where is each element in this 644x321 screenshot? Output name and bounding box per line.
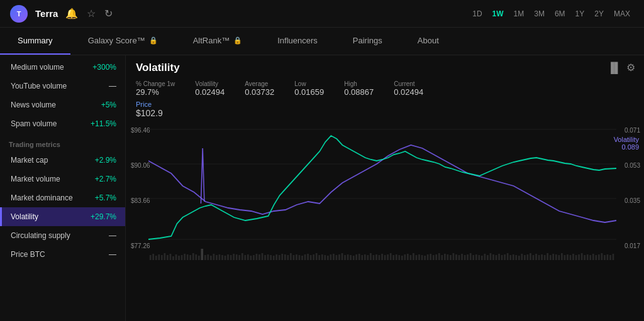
chart-svg-wrapper: $96.46 $90.06 $83.66 $77.26 0.071 0.053 … — [126, 123, 644, 274]
svg-rect-17 — [187, 254, 189, 260]
tab-influencers[interactable]: Influencers — [260, 28, 335, 55]
svg-rect-71 — [341, 253, 343, 260]
chart-area: ▐▌ ⚙ Volatility % Change 1w 29.7% Volati… — [126, 55, 644, 321]
svg-rect-29 — [221, 255, 223, 260]
svg-rect-11 — [170, 254, 172, 260]
time-2y[interactable]: 2Y — [591, 8, 608, 20]
svg-rect-39 — [250, 256, 252, 260]
svg-rect-90 — [396, 254, 397, 260]
time-3m[interactable]: 3M — [530, 8, 548, 20]
sidebar-item-market-cap[interactable]: Market cap +2.9% — [0, 151, 125, 170]
y-right-017: 0.017 — [625, 242, 640, 249]
svg-rect-151 — [570, 255, 572, 260]
svg-rect-7 — [158, 254, 160, 260]
bell-icon[interactable]: 🔔 — [65, 8, 78, 19]
svg-rect-56 — [299, 255, 301, 260]
svg-rect-73 — [347, 254, 349, 260]
svg-rect-100 — [424, 256, 426, 260]
lock-icon-altrank: 🔒 — [233, 36, 242, 45]
trading-metrics-title: Trading metrics — [0, 133, 125, 151]
svg-rect-28 — [219, 254, 221, 260]
svg-rect-6 — [155, 256, 157, 260]
svg-rect-41 — [256, 254, 258, 260]
svg-rect-109 — [450, 255, 452, 260]
svg-rect-79 — [364, 254, 366, 260]
lock-icon-galaxy: 🔒 — [149, 36, 158, 45]
svg-rect-153 — [575, 255, 577, 260]
top-nav: T Terra 🔔 ☆ ↻ 1D 1W 1M 3M 6M 1Y 2Y MAX — [0, 0, 644, 28]
chart-price-value: $102.9 — [136, 108, 634, 118]
tab-galaxy-score[interactable]: Galaxy Score™ 🔒 — [70, 28, 175, 55]
svg-rect-137 — [530, 253, 531, 260]
sidebar-item-spam-volume[interactable]: Spam volume +11.5% — [0, 114, 125, 133]
svg-rect-9 — [164, 253, 165, 260]
svg-rect-48 — [275, 254, 277, 260]
svg-rect-162 — [601, 253, 603, 260]
time-6m[interactable]: 6M — [551, 8, 569, 20]
sidebar: Medium volume +300% YouTube volume — New… — [0, 55, 126, 321]
svg-rect-93 — [404, 254, 406, 260]
svg-rect-43 — [262, 253, 264, 260]
sidebar-item-youtube-volume[interactable]: YouTube volume — — [0, 77, 125, 95]
sidebar-item-medium-volume[interactable]: Medium volume +300% — [0, 58, 125, 77]
chart-header: Volatility % Change 1w 29.7% Volatility … — [126, 62, 644, 123]
svg-rect-91 — [398, 255, 400, 260]
svg-rect-130 — [509, 255, 511, 260]
settings-icon[interactable]: ⚙ — [626, 62, 635, 73]
svg-rect-23 — [204, 255, 206, 260]
time-1m[interactable]: 1M — [510, 8, 528, 20]
y-right-071: 0.071 — [625, 127, 640, 134]
volatility-line — [148, 136, 616, 239]
svg-rect-158 — [589, 255, 591, 260]
svg-rect-65 — [324, 255, 326, 260]
svg-rect-16 — [184, 254, 186, 260]
svg-rect-10 — [167, 255, 169, 260]
svg-rect-57 — [301, 256, 303, 260]
logo: T — [10, 5, 28, 23]
svg-rect-82 — [373, 255, 375, 260]
sidebar-item-market-volume[interactable]: Market volume +2.7% — [0, 170, 125, 188]
sidebar-item-circulating-supply[interactable]: Circulating supply — — [0, 226, 125, 245]
svg-rect-115 — [467, 254, 469, 260]
svg-rect-42 — [258, 254, 260, 260]
svg-rect-99 — [421, 255, 423, 260]
y-label-83: $83.66 — [131, 197, 150, 204]
svg-rect-54 — [293, 255, 295, 260]
volatility-annotation: Volatility 0.089 — [614, 136, 639, 151]
time-1d[interactable]: 1D — [469, 8, 486, 20]
main-layout: Medium volume +300% YouTube volume — New… — [0, 55, 644, 321]
svg-rect-76 — [355, 254, 357, 260]
svg-rect-150 — [567, 254, 569, 260]
svg-rect-113 — [461, 254, 463, 260]
star-icon[interactable]: ☆ — [87, 8, 96, 19]
tab-altrank[interactable]: AltRank™ 🔒 — [175, 28, 260, 55]
chart-controls: ▐▌ ⚙ — [607, 62, 635, 73]
svg-rect-81 — [370, 253, 372, 260]
tab-pairings[interactable]: Pairings — [335, 28, 400, 55]
sidebar-item-price-btc[interactable]: Price BTC — — [0, 245, 125, 264]
time-1w[interactable]: 1W — [489, 8, 508, 20]
svg-rect-139 — [535, 254, 537, 260]
tab-summary[interactable]: Summary — [0, 28, 70, 55]
svg-rect-66 — [327, 256, 329, 260]
svg-rect-24 — [207, 254, 209, 260]
sidebar-item-market-dominance[interactable]: Market dominance +5.7% — [0, 188, 125, 207]
svg-rect-44 — [264, 255, 266, 260]
refresh-icon[interactable]: ↻ — [104, 8, 113, 19]
sidebar-item-volatility[interactable]: Volatility +29.7% — [0, 207, 125, 226]
svg-rect-156 — [584, 255, 586, 260]
time-max[interactable]: MAX — [610, 8, 634, 20]
tab-about[interactable]: About — [400, 28, 457, 55]
svg-rect-68 — [333, 254, 335, 260]
svg-rect-87 — [387, 254, 389, 260]
svg-rect-110 — [453, 253, 455, 260]
svg-rect-69 — [336, 255, 338, 260]
svg-rect-152 — [572, 254, 574, 260]
svg-rect-147 — [558, 255, 560, 260]
chart-stats: % Change 1w 29.7% Volatility 0.02494 Ave… — [136, 80, 634, 97]
svg-rect-94 — [407, 254, 409, 260]
sidebar-item-news-volume[interactable]: News volume +5% — [0, 95, 125, 114]
svg-rect-40 — [253, 255, 255, 260]
bar-chart-icon[interactable]: ▐▌ — [607, 62, 621, 73]
time-1y[interactable]: 1Y — [572, 8, 589, 20]
